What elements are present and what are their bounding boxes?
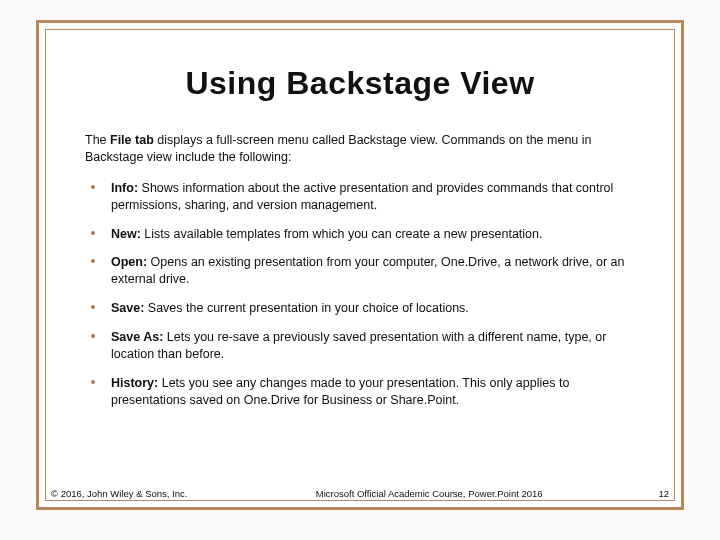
bullet-icon [91, 334, 95, 338]
footer-page-number: 12 [641, 488, 669, 499]
item-label: History: [111, 376, 158, 390]
bullet-icon [91, 380, 95, 384]
item-text: Saves the current presentation in your c… [144, 301, 469, 315]
list-item: Info: Shows information about the active… [85, 180, 635, 214]
bullet-icon [91, 305, 95, 309]
list-item: Save: Saves the current presentation in … [85, 300, 635, 317]
item-text: Lists available templates from which you… [141, 227, 543, 241]
slide: Using Backstage View The File tab displa… [36, 20, 684, 510]
intro-prefix: The [85, 133, 110, 147]
bullet-icon [91, 259, 95, 263]
item-text: Lets you re-save a previously saved pres… [111, 330, 606, 361]
list-item: Save As: Lets you re-save a previously s… [85, 329, 635, 363]
item-label: Save As: [111, 330, 163, 344]
footer-copyright: © 2016, John Wiley & Sons, Inc. [51, 488, 187, 499]
item-text: Shows information about the active prese… [111, 181, 613, 212]
bullet-list: Info: Shows information about the active… [81, 180, 639, 409]
list-item: History: Lets you see any changes made t… [85, 375, 635, 409]
item-label: Save: [111, 301, 144, 315]
bullet-icon [91, 231, 95, 235]
item-text: Lets you see any changes made to your pr… [111, 376, 569, 407]
list-item: Open: Opens an existing presentation fro… [85, 254, 635, 288]
item-label: Open: [111, 255, 147, 269]
intro-bold: File tab [110, 133, 154, 147]
bullet-icon [91, 185, 95, 189]
footer-course: Microsoft Official Academic Course, Powe… [187, 488, 641, 499]
slide-footer: © 2016, John Wiley & Sons, Inc. Microsof… [39, 488, 681, 499]
item-text: Opens an existing presentation from your… [111, 255, 624, 286]
item-label: New: [111, 227, 141, 241]
intro-suffix: displays a full-screen menu called Backs… [85, 133, 592, 164]
intro-paragraph: The File tab displays a full-screen menu… [81, 132, 639, 166]
list-item: New: Lists available templates from whic… [85, 226, 635, 243]
item-label: Info: [111, 181, 138, 195]
slide-title: Using Backstage View [81, 65, 639, 102]
